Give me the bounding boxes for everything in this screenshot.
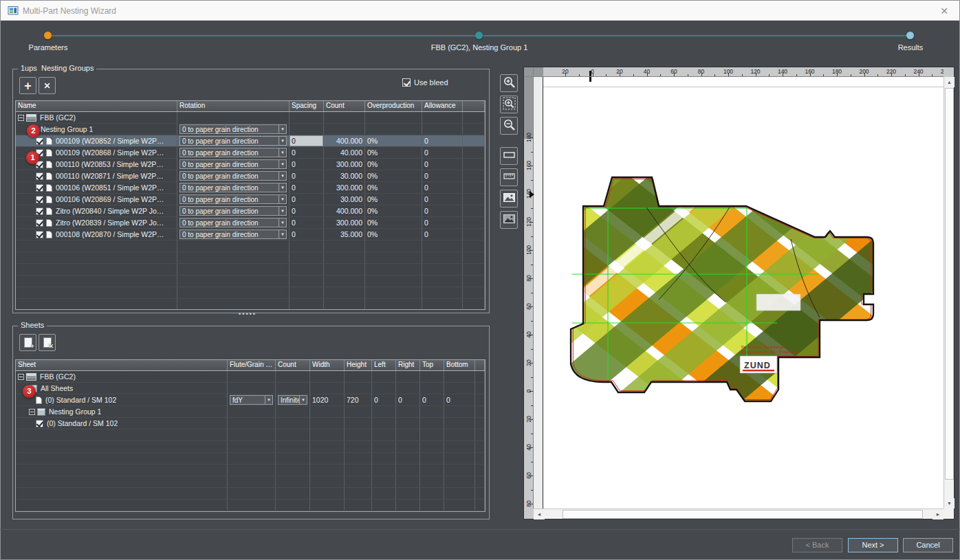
use-bleed-checkbox[interactable]: Use bleed	[402, 78, 448, 87]
count-dropdown[interactable]: Infinite▼	[278, 395, 307, 405]
tree-expander-icon[interactable]	[29, 409, 35, 415]
preview-canvas[interactable]: Produced by Heidelberger Druckmaschinen …	[534, 77, 943, 508]
table-row[interactable]: Nesting Group 1	[16, 406, 485, 418]
column-header[interactable]: Rotation	[177, 101, 290, 111]
column-header[interactable]: Bottom	[444, 360, 475, 370]
column-header[interactable]: Flute/Grain …	[228, 360, 276, 370]
scroll-down-button[interactable]: ▼	[944, 498, 954, 508]
step-dot-current[interactable]	[475, 32, 483, 39]
column-header[interactable]: Right	[396, 360, 420, 370]
delete-sheet-button[interactable]: ✕	[39, 334, 56, 351]
column-header[interactable]: Width	[310, 360, 345, 370]
rotation-dropdown[interactable]: 0 to paper grain direction▼	[179, 159, 287, 169]
step-dot-parameters[interactable]	[44, 32, 52, 39]
table-row[interactable]: (0) Standard / SM 102fdY▼Infinite▼102072…	[16, 394, 485, 406]
table-row[interactable]: FBB (GC2)	[16, 371, 485, 383]
table-row[interactable]: FBB (GC2)	[16, 112, 485, 124]
column-header[interactable]: Height	[345, 360, 372, 370]
cell: 0	[422, 182, 463, 193]
column-header[interactable]: Count	[324, 101, 365, 111]
cell	[345, 383, 372, 394]
dropdown-value: 0 to paper grain direction	[182, 149, 279, 157]
scroll-right-button[interactable]: ►	[932, 509, 943, 519]
cell	[372, 511, 396, 512]
table-row[interactable]: 000106 (W20851 / Simple W2P…0 to paper g…	[16, 182, 485, 194]
preview-image-alt-button[interactable]	[500, 211, 518, 229]
table-row[interactable]: 000110 (W20853 / Simple W2P…0 to paper g…	[16, 159, 485, 170]
cell	[372, 441, 396, 452]
table-row[interactable]: 000109 (W20852 / Simple W2P…0 to paper g…	[16, 135, 485, 147]
zoom-out-button[interactable]	[500, 117, 518, 135]
column-header[interactable]: Sheet	[16, 360, 228, 370]
table-row[interactable]: (0) Standard / SM 102	[16, 418, 485, 429]
cell	[420, 453, 444, 464]
column-header[interactable]	[475, 360, 485, 370]
table-row[interactable]: All Sheets	[16, 383, 485, 394]
scrollbar-thumb[interactable]	[563, 510, 923, 519]
checkbox[interactable]	[36, 172, 43, 180]
rotation-dropdown[interactable]: 0 to paper grain direction▼	[179, 206, 287, 216]
ruler-tick	[688, 74, 688, 76]
checkbox[interactable]	[36, 196, 43, 203]
add-nesting-group-button[interactable]: +	[19, 77, 36, 94]
cell	[324, 287, 365, 298]
table-row[interactable]: 000106 (W20869 / Simple W2P…0 to paper g…	[16, 194, 485, 205]
column-header[interactable]: Top	[420, 360, 444, 370]
rotation-dropdown[interactable]: 0 to paper grain direction▼	[179, 183, 287, 192]
tree-expander-icon[interactable]	[18, 374, 24, 380]
column-header[interactable]: Overproduction	[365, 101, 422, 111]
scroll-up-button[interactable]: ▲	[944, 77, 954, 87]
next-button[interactable]: Next >	[848, 538, 898, 552]
rotation-dropdown[interactable]: 0 to paper grain direction▼	[179, 229, 287, 239]
column-header[interactable]: Name	[16, 101, 177, 111]
step-dot-results[interactable]	[906, 32, 914, 39]
checkbox[interactable]	[36, 184, 43, 192]
column-header[interactable]: Spacing	[290, 101, 324, 111]
table-row[interactable]: Zitro (W20839 / Simple W2P Jo…0 to paper…	[16, 217, 485, 229]
table-row[interactable]: 000110 (W20871 / Simple W2P…0 to paper g…	[16, 170, 485, 182]
cell	[463, 264, 485, 275]
rotation-dropdown[interactable]: 0 to paper grain direction▼	[179, 148, 287, 157]
table-row-empty	[16, 240, 485, 252]
column-header[interactable]: Allowance	[422, 101, 463, 111]
table-row[interactable]: Zitro (W20840 / Simple W2P Jo…0 to paper…	[16, 205, 485, 217]
vertical-scrollbar[interactable]: ▲ ▼	[943, 77, 954, 508]
rotation-dropdown-cell: 0 to paper grain direction▼	[177, 147, 290, 158]
checkbox[interactable]	[36, 208, 43, 215]
fit-width-button[interactable]	[500, 168, 518, 186]
close-button[interactable]: ✕	[937, 5, 951, 17]
rotation-dropdown[interactable]: 0 to paper grain direction▼	[179, 124, 287, 134]
flute-grain-dropdown[interactable]: fdY▼	[230, 395, 273, 405]
panel-splitter[interactable]: •••••	[221, 311, 274, 317]
rotation-dropdown[interactable]: 0 to paper grain direction▼	[179, 194, 287, 204]
cell	[463, 194, 485, 205]
rotation-dropdown[interactable]: 0 to paper grain direction▼	[179, 136, 287, 146]
zoom-in-button[interactable]	[500, 74, 518, 92]
cancel-button[interactable]: Cancel	[903, 538, 953, 552]
rotation-dropdown[interactable]: 0 to paper grain direction▼	[179, 218, 287, 227]
column-header[interactable]: Count	[276, 360, 310, 370]
checkbox[interactable]	[36, 420, 43, 427]
horizontal-scrollbar[interactable]: ◄ ►	[534, 508, 943, 519]
fit-sheet-button[interactable]	[500, 147, 518, 165]
table-row[interactable]: 000109 (W20868 / Simple W2P…0 to paper g…	[16, 147, 485, 159]
checkbox[interactable]	[36, 231, 43, 238]
scroll-left-button[interactable]: ◄	[534, 509, 545, 519]
rotation-dropdown[interactable]: 0 to paper grain direction▼	[179, 171, 287, 181]
cell	[475, 464, 485, 475]
delete-nesting-group-button[interactable]: ✕	[39, 77, 56, 94]
tree-expander-icon[interactable]	[18, 115, 24, 121]
scrollbar-thumb[interactable]	[945, 88, 954, 480]
add-sheet-button[interactable]: +	[19, 334, 36, 351]
cell	[444, 453, 475, 464]
checkbox[interactable]	[36, 219, 43, 227]
ruler-tick	[531, 236, 533, 237]
table-row[interactable]: Nesting Group 10 to paper grain directio…	[16, 124, 485, 135]
column-header[interactable]: Left	[372, 360, 396, 370]
table-row[interactable]: 000108 (W20870 / Simple W2P…0 to paper g…	[16, 229, 485, 240]
checkbox[interactable]	[36, 137, 43, 145]
preview-image-button[interactable]	[500, 190, 518, 208]
back-button[interactable]: < Back	[792, 538, 842, 552]
column-header[interactable]	[463, 101, 485, 111]
zoom-region-button[interactable]	[500, 96, 518, 113]
